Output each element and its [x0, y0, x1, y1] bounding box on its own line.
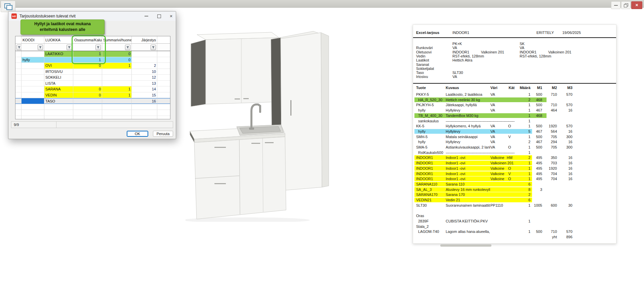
info-row: LaatikotHettich Atira	[413, 58, 616, 62]
cell-select[interactable]	[15, 63, 22, 69]
cell-jarjestys[interactable]: 14	[132, 86, 157, 92]
cell-osasumma[interactable]	[73, 75, 102, 80]
empty-cell	[73, 110, 102, 116]
cell-summarivi[interactable]: 1	[102, 92, 132, 98]
filter-funnel-button[interactable]	[125, 45, 130, 50]
cell-summarivi[interactable]: 1	[102, 63, 132, 69]
empty-row[interactable]	[15, 116, 170, 120]
cell-summarivi[interactable]: 0	[102, 51, 132, 57]
cancel-button[interactable]: Peruuta	[153, 131, 173, 137]
cascade-windows-button[interactable]	[1, 1, 15, 12]
empty-row[interactable]	[15, 110, 170, 116]
ok-button[interactable]: OK	[127, 131, 148, 137]
header-cell[interactable]: KOODI	[22, 36, 44, 43]
cell-osasumma[interactable]: 0	[73, 63, 102, 69]
table-row[interactable]: TASO16	[15, 98, 170, 104]
cell-jarjestys[interactable]: 16	[132, 98, 157, 104]
table-row[interactable]: VEDIN0115	[15, 92, 170, 98]
info-v1: VA	[452, 75, 457, 79]
cell-filler	[157, 92, 170, 98]
cell-filler	[157, 57, 170, 63]
cell-jarjestys[interactable]: 15	[132, 92, 157, 98]
table-row[interactable]: SOKKELI12	[15, 75, 170, 81]
table-row[interactable]: OVI012	[15, 63, 170, 69]
window-restore-button[interactable]	[621, 1, 631, 9]
table-row[interactable]: LISTA13	[15, 81, 170, 87]
horizontal-scrollbar-thumb[interactable]	[440, 244, 491, 247]
cell-luokka[interactable]	[44, 57, 73, 63]
cell-koodi[interactable]	[22, 81, 44, 86]
header-cell[interactable]: Järjestys	[132, 36, 157, 43]
cell-koodi[interactable]: hylly	[22, 57, 44, 63]
cell-luokka[interactable]: VEDIN	[44, 92, 73, 98]
cell-koodi[interactable]	[22, 92, 44, 98]
cell-summarivi[interactable]: 1	[102, 86, 132, 92]
cell-select[interactable]	[15, 98, 22, 104]
cell-koodi[interactable]	[22, 63, 44, 69]
cell-osasumma[interactable]	[73, 98, 102, 104]
cell-luokka[interactable]: LAATIKKO	[44, 51, 73, 57]
header-cell[interactable]: Summarivi/huone	[102, 36, 132, 43]
cell-luokka[interactable]: LISTA	[44, 81, 73, 86]
cell-jarjestys[interactable]: 2	[132, 63, 157, 69]
cell-koodi[interactable]	[22, 98, 44, 104]
cell-koodi[interactable]	[22, 51, 44, 57]
cell-osasumma[interactable]: 1	[73, 57, 102, 63]
header-cell[interactable]: LUOKKA	[44, 36, 73, 43]
table-row[interactable]: hylly10	[15, 57, 170, 63]
cell-select[interactable]	[15, 57, 22, 63]
dialog-close-button[interactable]: ✕	[167, 13, 175, 19]
cell-tuote: hylly	[418, 129, 426, 133]
cell-select[interactable]	[15, 86, 22, 92]
table-row[interactable]: SARANA0114	[15, 86, 170, 92]
filter-funnel-button[interactable]	[16, 45, 22, 50]
cell-kat: O	[505, 177, 515, 181]
filter-funnel-button[interactable]	[151, 45, 156, 50]
header-cell-select[interactable]	[15, 36, 22, 43]
cell-luokka[interactable]: OVI	[44, 63, 73, 69]
cell-select[interactable]	[15, 69, 22, 75]
cell-koodi[interactable]	[22, 86, 44, 92]
header-cell[interactable]: Osasumma/Kaluste	[73, 36, 102, 43]
cell-summarivi[interactable]	[102, 81, 132, 86]
cell-summarivi[interactable]: 0	[102, 57, 132, 63]
info-v2: INDOOR1	[520, 50, 536, 54]
cell-osasumma[interactable]: 1	[73, 51, 102, 57]
table-row[interactable]: LAATIKKO10	[15, 51, 170, 57]
filter-funnel-button[interactable]	[38, 45, 43, 50]
dialog-maximize-button[interactable]	[155, 13, 163, 19]
cell-select[interactable]	[15, 75, 22, 80]
cell-jarjestys[interactable]: 10	[132, 69, 157, 75]
cell-osasumma[interactable]	[73, 69, 102, 75]
empty-cell	[44, 110, 73, 116]
dialog-minimize-button[interactable]	[142, 13, 150, 19]
cell-summarivi[interactable]	[102, 69, 132, 75]
cell-osasumma[interactable]: 0	[73, 92, 102, 98]
window-close-button[interactable]: ✕	[631, 1, 642, 9]
cell-summarivi[interactable]	[102, 98, 132, 104]
cell-osasumma[interactable]: 0	[73, 86, 102, 92]
cell-jarjestys[interactable]	[132, 57, 157, 63]
cell-jarjestys[interactable]	[132, 51, 157, 57]
cell-jarjestys[interactable]: 12	[132, 75, 157, 80]
table-row[interactable]: IRTOSIVU10	[15, 69, 170, 75]
cell-luokka[interactable]: IRTOSIVU	[44, 69, 73, 75]
filter-funnel-button[interactable]	[95, 45, 101, 50]
cell-kuvaus: Hyllylevy	[446, 108, 490, 112]
empty-row[interactable]	[15, 104, 170, 110]
cell-summarivi[interactable]	[102, 75, 132, 80]
cell-jarjestys[interactable]: 13	[132, 81, 157, 86]
cell-luokka[interactable]: SARANA	[44, 86, 73, 92]
cell-select[interactable]	[15, 92, 22, 98]
cell-koodi[interactable]	[22, 75, 44, 80]
cell-luokka[interactable]: SOKKELI	[44, 75, 73, 80]
window-minimize-button[interactable]	[611, 1, 620, 9]
cell-luokka[interactable]: TASO	[44, 98, 73, 104]
cell-osasumma[interactable]	[73, 81, 102, 86]
cell-vari: VA	[490, 124, 506, 128]
cell-koodi[interactable]	[22, 69, 44, 75]
filter-funnel-button[interactable]	[67, 45, 72, 50]
cell-kat: O	[505, 145, 515, 149]
cell-select[interactable]	[15, 81, 22, 86]
cell-select[interactable]	[15, 51, 22, 57]
